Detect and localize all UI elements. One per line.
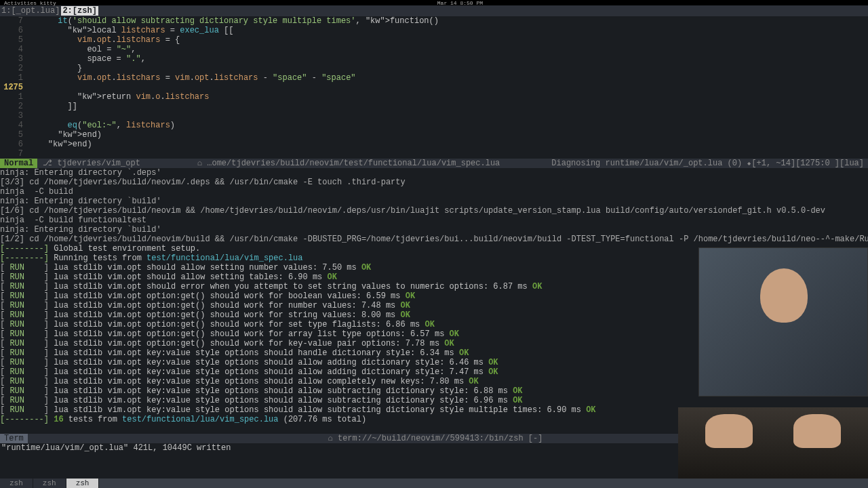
editor-line: 2 }	[0, 64, 868, 73]
editor-line: 5 vim.opt.listchars = {	[0, 35, 868, 45]
terminal-line: ninja: Entering directory `.deps'	[0, 168, 868, 178]
status-file: ⌂ …ome/tjdevries/build/neovim/test/funct…	[146, 159, 551, 168]
terminal-line: [1/6] cd /home/tjdevries/build/neovim &&…	[0, 206, 868, 216]
vim-statusline: Normal ⎇ tjdevries/vim_opt ⌂ …ome/tjdevr…	[0, 159, 868, 168]
topbar-center: Mar 14 8:50 PM	[437, 0, 483, 6]
editor-line: 7	[0, 149, 868, 159]
editor-line: 1 vim.opt.listchars = vim.opt.listchars …	[0, 73, 868, 83]
tmux-tab-0[interactable]: zsh	[0, 479, 33, 488]
keyboard-overlay	[678, 407, 868, 479]
terminal-line: [3/3] cd /home/tjdevries/build/neovim/.d…	[0, 178, 868, 187]
tab-zsh[interactable]: 2:[zsh]	[61, 6, 98, 16]
editor-line: 7 it('should allow subtracting dictionar…	[0, 16, 868, 26]
terminal-mode: Term	[0, 434, 28, 443]
tmux-tab-1[interactable]: zsh	[33, 479, 66, 488]
terminal-line: ninja -C build functionaltest	[0, 216, 868, 225]
editor-line: 1 "kw">return vim.o.listchars	[0, 92, 868, 102]
editor-line: 2 ]]	[0, 102, 868, 111]
terminal-line: [ RUN ] lua stdlib vim.opt key:value sty…	[0, 396, 868, 405]
vim-tabline: 1:[_opt.lua] 2:[zsh]	[0, 5, 868, 16]
terminal-line: ninja -C build	[0, 187, 868, 197]
editor-line: 4 eq("eol:~", listchars)	[0, 121, 868, 130]
topbar-left: Activities kitty	[4, 0, 56, 6]
code-editor[interactable]: 7 it('should allow subtracting dictionar…	[0, 16, 868, 159]
editor-line: 1275	[0, 83, 868, 92]
status-right: Diagnosing runtime/lua/vim/_opt.lua (0) …	[551, 159, 868, 168]
webcam-overlay	[698, 247, 868, 396]
git-branch: ⎇ tjdevries/vim_opt	[37, 159, 146, 168]
editor-line: 6 "kw">end)	[0, 140, 868, 149]
tmux-bar: zsh zsh zsh	[0, 479, 868, 488]
tmux-tab-2[interactable]: zsh	[66, 479, 100, 488]
tab-opt-lua[interactable]: 1:[_opt.lua]	[0, 6, 61, 16]
editor-line: 4 eol = "~",	[0, 45, 868, 54]
vim-mode: Normal	[0, 159, 37, 168]
terminal-line: [1/2] cd /home/tjdevries/build/neovim/bu…	[0, 235, 868, 244]
terminal-line: ninja: Entering directory `build'	[0, 197, 868, 206]
system-topbar: Activities kitty Mar 14 8:50 PM	[0, 0, 868, 5]
editor-line: 3 space = ".",	[0, 54, 868, 64]
editor-line: 6 "kw">local listchars = exec_lua [[	[0, 26, 868, 35]
editor-line: 3	[0, 111, 868, 121]
editor-line: 5 "kw">end)	[0, 130, 868, 140]
terminal-line: ninja: Entering directory `build'	[0, 225, 868, 235]
